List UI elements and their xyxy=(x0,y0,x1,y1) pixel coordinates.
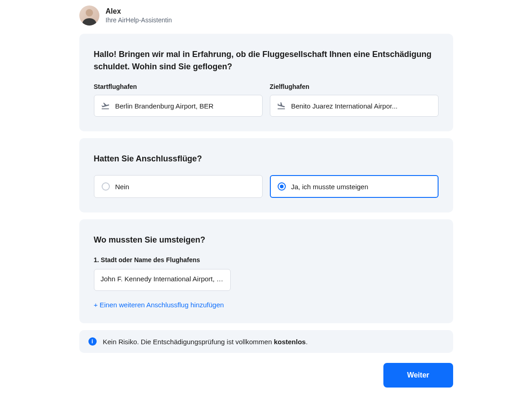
radio-no-label: Nein xyxy=(115,183,129,191)
assistant-avatar xyxy=(79,5,99,26)
plane-arrival-icon xyxy=(277,101,286,110)
card-route: Hallo! Bringen wir mal in Erfahrung, ob … xyxy=(79,34,453,131)
info-bar: i Kein Risiko. Die Entschädigungsprüfung… xyxy=(79,330,453,353)
radio-circle-icon xyxy=(102,182,110,191)
card-route-title: Hallo! Bringen wir mal in Erfahrung, ob … xyxy=(94,48,439,73)
stopover-sublabel: 1. Stadt oder Name des Flughafens xyxy=(94,256,439,264)
assistant-header: Alex Ihre AirHelp-Assistentin xyxy=(79,5,453,34)
departure-input[interactable]: Berlin Brandenburg Airport, BER xyxy=(94,95,263,117)
radio-option-yes[interactable]: Ja, ich musste umsteigen xyxy=(270,175,439,198)
info-text-suffix: . xyxy=(306,338,308,346)
stopover-input[interactable]: John F. Kennedy International Airport, J… xyxy=(94,269,231,291)
add-connection-link[interactable]: + Einen weiteren Anschlussflug hinzufüge… xyxy=(94,301,439,309)
actions-row: Weiter xyxy=(79,363,453,388)
arrival-value: Benito Juarez International Airpor... xyxy=(291,102,398,110)
radio-circle-icon xyxy=(278,182,286,191)
radio-yes-label: Ja, ich musste umsteigen xyxy=(291,183,368,191)
card-connections: Hatten Sie Anschlussflüge? Nein Ja, ich … xyxy=(79,138,453,212)
assistant-subtitle: Ihre AirHelp-Assistentin xyxy=(106,16,172,24)
departure-label: Startflughafen xyxy=(94,83,263,90)
plane-departure-icon xyxy=(101,101,110,110)
info-icon: i xyxy=(88,337,97,346)
arrival-label: Zielflughafen xyxy=(270,83,439,90)
assistant-name: Alex xyxy=(106,7,172,16)
departure-value: Berlin Brandenburg Airport, BER xyxy=(115,102,214,110)
card-stopover-title: Wo mussten Sie umsteigen? xyxy=(94,234,439,246)
continue-button[interactable]: Weiter xyxy=(383,363,453,388)
info-text: Kein Risiko. Die Entschädigungsprüfung i… xyxy=(103,338,308,346)
card-connections-title: Hatten Sie Anschlussflüge? xyxy=(94,153,439,165)
radio-option-no[interactable]: Nein xyxy=(94,175,263,198)
arrival-input[interactable]: Benito Juarez International Airpor... xyxy=(270,95,439,117)
card-stopover: Wo mussten Sie umsteigen? 1. Stadt oder … xyxy=(79,219,453,323)
info-text-prefix: Kein Risiko. Die Entschädigungsprüfung i… xyxy=(103,338,274,346)
stopover-value: John F. Kennedy International Airport, J… xyxy=(101,275,224,283)
info-text-bold: kostenlos xyxy=(274,338,306,346)
